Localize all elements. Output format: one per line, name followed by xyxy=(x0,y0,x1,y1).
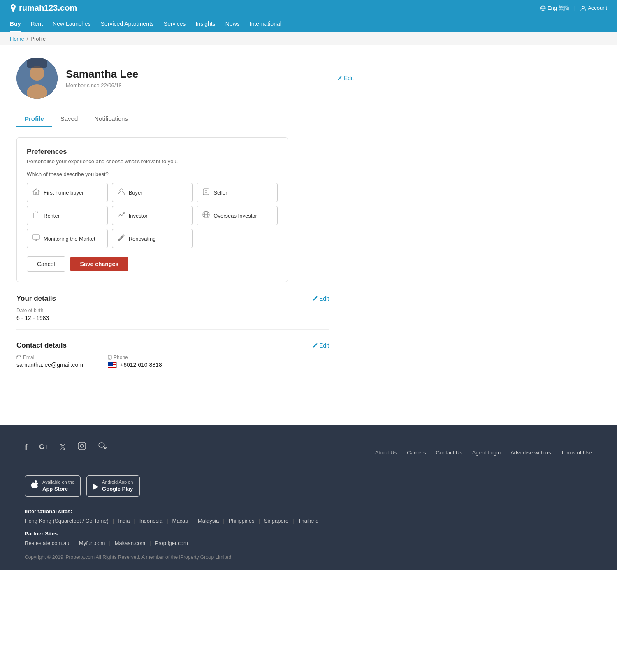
pref-first-home-buyer[interactable]: First home buyer xyxy=(27,183,108,202)
phone-label: Phone xyxy=(108,355,162,360)
lang-selector[interactable]: Eng 繁簡 xyxy=(540,5,569,12)
footer-contact[interactable]: Contact Us xyxy=(436,450,462,456)
footer-international: International sites: Hong Kong (Squarefo… xyxy=(25,508,592,524)
dob-value: 6 - 12 - 1983 xyxy=(16,315,329,321)
tab-saved[interactable]: Saved xyxy=(52,111,86,127)
app-badges: Available on the App Store ▶ Android App… xyxy=(25,475,592,497)
logo-icon xyxy=(10,4,16,12)
pref-seller-label: Seller xyxy=(213,190,227,196)
nav-rent[interactable]: Rent xyxy=(30,16,43,32)
contact-edit-icon xyxy=(313,343,318,348)
email-label: Email xyxy=(16,355,83,360)
site-logo[interactable]: rumah123.com xyxy=(10,3,77,13)
pref-investor[interactable]: Investor xyxy=(112,206,193,225)
preferences-grid: First home buyer Buyer Seller xyxy=(27,183,278,248)
footer-terms[interactable]: Terms of Use xyxy=(561,450,592,456)
preferences-card: Preferences Personalise your experience … xyxy=(16,137,288,282)
twitter-icon[interactable]: 𝕏 xyxy=(60,443,66,452)
intl-philippines[interactable]: Philippines xyxy=(229,518,255,524)
nav-serviced-apartments[interactable]: Serviced Apartments xyxy=(101,16,154,32)
partner-myfun[interactable]: Myfun.com xyxy=(79,540,105,546)
contact-row: Email samantha.lee@gmail.com Phone +6012… xyxy=(16,355,329,368)
intl-indonesia[interactable]: Indonesia xyxy=(139,518,162,524)
pref-first-home-buyer-label: First home buyer xyxy=(44,190,84,196)
pref-buyer-label: Buyer xyxy=(129,190,143,196)
phone-icon xyxy=(108,355,112,360)
pref-monitoring-market-label: Monitoring the Market xyxy=(44,236,95,242)
profile-tabs: Profile Saved Notifications xyxy=(16,111,354,127)
nav-buy[interactable]: Buy xyxy=(10,16,21,32)
app-store-badge[interactable]: Available on the App Store xyxy=(25,475,81,497)
profile-header: Samantha Lee Member since 22/06/18 Edit xyxy=(16,58,354,99)
header-top: rumah123.com Eng 繁簡 | Account xyxy=(0,0,617,16)
facebook-icon[interactable]: f xyxy=(25,442,28,452)
nav-international[interactable]: International xyxy=(250,16,281,32)
contact-details-edit-button[interactable]: Edit xyxy=(313,342,329,349)
avatar-image xyxy=(16,58,58,99)
google-play-badge[interactable]: ▶ Android App on Google Play xyxy=(86,475,140,497)
pref-investor-label: Investor xyxy=(129,213,148,219)
profile-name: Samantha Lee xyxy=(66,68,329,81)
cancel-button[interactable]: Cancel xyxy=(27,256,65,272)
investor-icon xyxy=(117,211,125,220)
footer-careers[interactable]: Careers xyxy=(407,450,426,456)
buyer-icon xyxy=(117,188,125,197)
dob-label: Date of birth xyxy=(16,308,329,313)
nav-new-launches[interactable]: New Launches xyxy=(53,16,91,32)
breadcrumb-home[interactable]: Home xyxy=(10,36,24,42)
edit-icon xyxy=(337,76,342,81)
svg-point-5 xyxy=(30,66,44,81)
tab-notifications[interactable]: Notifications xyxy=(86,111,136,127)
svg-point-26 xyxy=(84,443,84,444)
your-details-title: Your details xyxy=(16,294,56,303)
overseas-investor-icon xyxy=(202,211,210,220)
tab-profile[interactable]: Profile xyxy=(16,111,52,127)
seller-icon xyxy=(202,188,210,197)
partner-proptiger[interactable]: Proptiger.com xyxy=(155,540,188,546)
pref-seller[interactable]: Seller xyxy=(197,183,278,202)
email-icon xyxy=(16,355,21,359)
nav-insights[interactable]: Insights xyxy=(196,16,216,32)
intl-singapore[interactable]: Singapore xyxy=(264,518,288,524)
footer-copyright: Copyright © 2019 iProperty.com All Right… xyxy=(25,554,592,560)
wechat-icon[interactable] xyxy=(98,441,107,452)
save-changes-button[interactable]: Save changes xyxy=(70,257,128,271)
intl-india[interactable]: India xyxy=(118,518,130,524)
pref-buyer[interactable]: Buyer xyxy=(112,183,193,202)
footer-advertise[interactable]: Advertise with us xyxy=(510,450,551,456)
apple-icon xyxy=(31,480,39,492)
intl-hk[interactable]: Hong Kong (Squarefoot / GoHome) xyxy=(25,518,109,524)
pref-renovating[interactable]: Renovating xyxy=(112,229,193,248)
intl-malaysia[interactable]: Malaysia xyxy=(198,518,219,524)
pref-overseas-investor[interactable]: Overseas Investor xyxy=(197,206,278,225)
profile-edit-button[interactable]: Edit xyxy=(337,75,354,81)
contact-details-title: Contact details xyxy=(16,341,67,350)
instagram-icon[interactable] xyxy=(77,441,86,452)
account-button[interactable]: Account xyxy=(580,5,607,11)
your-details-edit-button[interactable]: Edit xyxy=(313,295,329,302)
first-home-buyer-icon xyxy=(32,188,40,197)
google-play-text: Android App on Google Play xyxy=(102,479,133,493)
breadcrumb-current: Profile xyxy=(30,36,46,42)
header-right: Eng 繁簡 | Account xyxy=(540,5,607,12)
partner-makaan[interactable]: Makaan.com xyxy=(115,540,145,546)
nav-news[interactable]: News xyxy=(225,16,240,32)
svg-rect-12 xyxy=(33,213,39,218)
footer-agent-login[interactable]: Agent Login xyxy=(472,450,501,456)
pref-monitoring-market[interactable]: Monitoring the Market xyxy=(27,229,108,248)
account-icon xyxy=(580,5,586,11)
svg-rect-7 xyxy=(27,58,47,68)
google-plus-icon[interactable]: G+ xyxy=(39,443,48,451)
footer-about[interactable]: About Us xyxy=(375,450,397,456)
partner-realestate[interactable]: Realestate.com.au xyxy=(25,540,69,546)
main-content: Samantha Lee Member since 22/06/18 Edit … xyxy=(0,45,370,400)
nav-services[interactable]: Services xyxy=(164,16,186,32)
pref-renter[interactable]: Renter xyxy=(27,206,108,225)
contact-details-header: Contact details Edit xyxy=(16,341,329,350)
intl-macau[interactable]: Macau xyxy=(172,518,188,524)
intl-thailand[interactable]: Thailand xyxy=(298,518,319,524)
svg-point-3 xyxy=(582,6,585,9)
svg-rect-24 xyxy=(78,442,86,450)
phone-col: Phone +6012 610 8818 xyxy=(108,355,162,368)
international-title: International sites: xyxy=(25,508,592,514)
